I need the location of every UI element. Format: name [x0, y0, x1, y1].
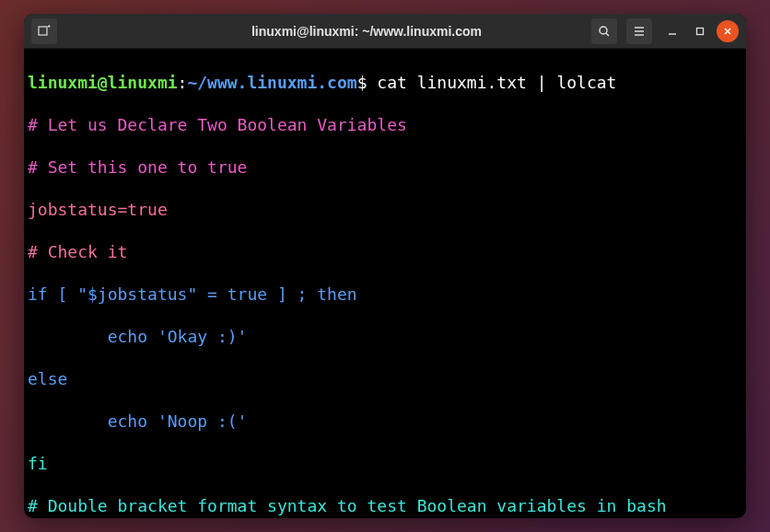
- minimize-button[interactable]: [661, 20, 683, 42]
- command-1: cat linuxmi.txt | lolcat: [367, 73, 616, 92]
- lolcat-line: # Let us Declare Two Boolean Variables: [28, 114, 742, 135]
- close-button[interactable]: [717, 20, 739, 42]
- prompt-sigil: $: [357, 73, 368, 92]
- titlebar-right: [573, 18, 739, 44]
- lolcat-line: if [ "$jobstatus" = true ] ; then: [28, 283, 742, 305]
- lolcat-line: jobstatus=true: [28, 199, 742, 220]
- search-icon: [598, 25, 611, 38]
- terminal-window: linuxmi@linuxmi: ~/www.linuxmi.com: [24, 14, 746, 518]
- lolcat-line: echo 'Okay :)': [28, 326, 742, 347]
- hamburger-icon: [633, 25, 646, 38]
- lolcat-line: fi: [28, 453, 742, 474]
- lolcat-line: # Check it: [28, 241, 742, 262]
- lolcat-line: else: [28, 368, 742, 389]
- lolcat-line: # Double bracket format syntax to test B…: [28, 495, 742, 516]
- window-title: linuxmi@linuxmi: ~/www.linuxmi.com: [160, 24, 573, 39]
- svg-point-1: [600, 27, 607, 34]
- prompt-sep: :: [178, 73, 188, 92]
- prompt-path: ~/www.linuxmi.com: [187, 73, 356, 92]
- search-button[interactable]: [591, 18, 617, 44]
- maximize-icon: [695, 27, 705, 36]
- titlebar-left: [31, 18, 160, 44]
- lolcat-line: echo 'Noop :(': [28, 411, 742, 432]
- new-tab-icon: [38, 25, 51, 38]
- maximize-button[interactable]: [689, 20, 711, 42]
- minimize-icon: [668, 27, 677, 36]
- new-tab-button[interactable]: [31, 18, 57, 44]
- prompt-user: linuxmi@linuxmi: [28, 73, 178, 92]
- lolcat-line: # Set this one to true: [28, 156, 742, 178]
- titlebar: linuxmi@linuxmi: ~/www.linuxmi.com: [24, 14, 746, 49]
- terminal-body[interactable]: linuxmi@linuxmi:~/www.linuxmi.com$ cat l…: [24, 49, 746, 518]
- menu-button[interactable]: [626, 18, 652, 44]
- svg-rect-0: [39, 27, 47, 35]
- prompt-line-1: linuxmi@linuxmi:~/www.linuxmi.com$ cat l…: [28, 72, 742, 93]
- svg-rect-7: [697, 28, 704, 34]
- svg-line-2: [606, 33, 609, 36]
- close-icon: [723, 27, 732, 36]
